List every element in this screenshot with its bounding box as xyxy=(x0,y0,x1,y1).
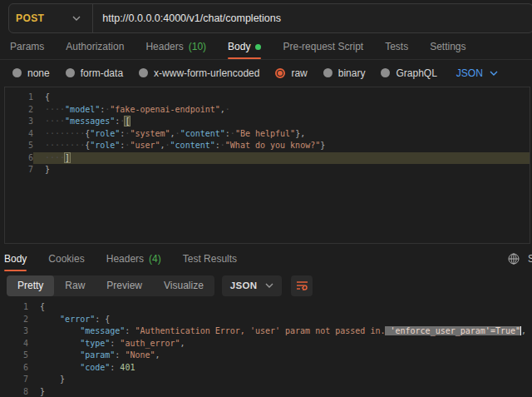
tab-label: Settings xyxy=(430,41,466,52)
line-number: 6 xyxy=(5,152,33,165)
code-line[interactable]: 3····"messages":·[ xyxy=(5,116,530,128)
radio-label: none xyxy=(27,67,50,79)
wrap-text-button[interactable] xyxy=(291,275,313,296)
tab-label: Tests xyxy=(385,41,408,52)
request-url-bar: POST http://0.0.0.0:4000/v1/chat/complet… xyxy=(8,3,532,33)
status-bar-clipped-text: S xyxy=(528,253,532,265)
code-line[interactable]: 8} xyxy=(0,386,532,397)
code-line[interactable]: 5 "param": "None", xyxy=(0,350,532,362)
code-line[interactable]: 4········{"role":·"system",·"content":·"… xyxy=(5,128,530,141)
code-line[interactable]: 7} xyxy=(5,164,530,176)
code-line[interactable]: 6····] xyxy=(5,152,530,165)
line-number: 3 xyxy=(5,116,33,128)
view-raw[interactable]: Raw xyxy=(54,275,96,296)
line-number: 1 xyxy=(0,301,28,314)
request-tab-pre-request-script[interactable]: Pre-request Script xyxy=(283,34,363,59)
radio-label: GraphQL xyxy=(396,67,436,79)
line-number: 1 xyxy=(5,92,33,104)
code-line[interactable]: 7 } xyxy=(0,374,532,386)
view-visualize[interactable]: Visualize xyxy=(153,275,214,296)
view-preview[interactable]: Preview xyxy=(96,275,153,296)
request-tab-settings[interactable]: Settings xyxy=(430,34,466,59)
code-text: ····"model":·"fake-openai-endpoint",· xyxy=(33,104,530,117)
request-tab-params[interactable]: Params xyxy=(10,34,44,59)
http-method-label: POST xyxy=(16,12,44,24)
tab-label: Test Results xyxy=(183,253,237,265)
code-text: ········{"role":·"user",·"content":·"Wha… xyxy=(33,140,530,152)
request-tab-body[interactable]: Body xyxy=(228,34,261,59)
response-format-select[interactable]: JSON xyxy=(222,275,283,296)
tab-label: Params xyxy=(10,41,44,52)
code-line[interactable]: 1{ xyxy=(5,92,530,104)
response-tab-test-results[interactable]: Test Results xyxy=(183,246,237,271)
tab-label: Headers xyxy=(145,41,183,52)
line-number: 5 xyxy=(0,350,28,362)
line-number: 3 xyxy=(0,325,28,338)
code-line[interactable]: 6 "code": 401 xyxy=(0,362,532,375)
wrap-text-icon xyxy=(296,280,308,290)
line-number: 2 xyxy=(5,104,33,117)
tab-label: Pre-request Script xyxy=(283,41,363,52)
line-number: 6 xyxy=(0,362,28,375)
code-text: "message": "Authentication Error, 'user'… xyxy=(28,325,532,338)
body-type-row: noneform-datax-www-form-urlencodedrawbin… xyxy=(0,60,532,86)
line-number: 5 xyxy=(5,140,33,152)
code-text: "error": { xyxy=(28,314,532,326)
line-number: 8 xyxy=(0,386,28,397)
response-tab-headers[interactable]: Headers(4) xyxy=(106,246,161,271)
code-line[interactable]: 4 "type": "auth_error", xyxy=(0,338,532,350)
tab-count-badge: (10) xyxy=(189,41,206,52)
code-text: ········{"role":·"system",·"content":·"B… xyxy=(33,128,530,141)
body-type-none[interactable]: none xyxy=(12,67,50,79)
code-text: "type": "auth_error", xyxy=(28,338,532,350)
line-number: 7 xyxy=(5,164,33,176)
postman-window: POST http://0.0.0.0:4000/v1/chat/complet… xyxy=(0,0,532,397)
radio-label: x-www-form-urlencoded xyxy=(154,67,259,79)
body-type-graphql[interactable]: GraphQL xyxy=(381,67,436,79)
response-view-switcher: PrettyRawPreviewVisualize xyxy=(7,275,214,296)
request-tab-tests[interactable]: Tests xyxy=(385,34,408,59)
response-tab-bar: BodyCookiesHeaders(4)Test Results xyxy=(0,246,532,271)
body-type-raw[interactable]: raw xyxy=(275,67,307,79)
response-tab-body[interactable]: Body xyxy=(4,246,27,271)
code-text: { xyxy=(33,92,530,104)
url-input[interactable]: http://0.0.0.0:4000/v1/chat/completions xyxy=(93,4,532,32)
request-tab-authorization[interactable]: Authorization xyxy=(66,34,124,59)
radio-icon xyxy=(323,68,332,77)
globe-icon[interactable] xyxy=(508,253,520,265)
radio-icon xyxy=(12,68,22,77)
code-line[interactable]: 1{ xyxy=(0,301,532,314)
radio-icon xyxy=(66,68,75,77)
response-body-editor[interactable]: 1{2 "error": {3 "message": "Authenticati… xyxy=(0,299,532,397)
code-line[interactable]: 2····"model":·"fake-openai-endpoint",· xyxy=(5,104,530,117)
code-line[interactable]: 2 "error": { xyxy=(0,314,532,326)
body-type-form-data[interactable]: form-data xyxy=(66,67,123,79)
tab-label: Body xyxy=(4,253,27,265)
chevron-down-icon xyxy=(265,283,273,288)
code-line[interactable]: 5········{"role":·"user",·"content":·"Wh… xyxy=(5,140,530,152)
code-text: ····"messages":·[ xyxy=(33,116,530,128)
tab-label: Headers xyxy=(106,253,144,265)
body-type-binary[interactable]: binary xyxy=(323,67,366,79)
body-type-x-www-form-urlencoded[interactable]: x-www-form-urlencoded xyxy=(139,67,259,79)
radio-label: raw xyxy=(291,67,307,79)
view-pretty[interactable]: Pretty xyxy=(7,275,54,296)
response-tab-cookies[interactable]: Cookies xyxy=(48,246,84,271)
request-tab-headers[interactable]: Headers(10) xyxy=(145,34,206,59)
line-number: 7 xyxy=(0,374,28,386)
line-number: 4 xyxy=(5,128,33,141)
tab-label: Body xyxy=(228,41,250,52)
http-method-select[interactable]: POST xyxy=(9,4,92,32)
line-number: 4 xyxy=(0,338,28,350)
code-line[interactable]: 3 "message": "Authentication Error, 'use… xyxy=(0,325,532,338)
response-tab-bar-right: S xyxy=(508,246,532,271)
code-text: } xyxy=(28,374,532,386)
tab-label: Cookies xyxy=(48,253,84,265)
code-text: "code": 401 xyxy=(28,362,532,375)
chevron-down-icon xyxy=(72,16,81,21)
raw-format-select[interactable]: JSON xyxy=(456,67,498,79)
chevron-down-icon xyxy=(490,71,498,76)
request-body-editor[interactable]: 1{2····"model":·"fake-openai-endpoint",·… xyxy=(4,87,530,244)
tab-label: Authorization xyxy=(66,41,124,52)
radio-icon xyxy=(381,68,390,77)
